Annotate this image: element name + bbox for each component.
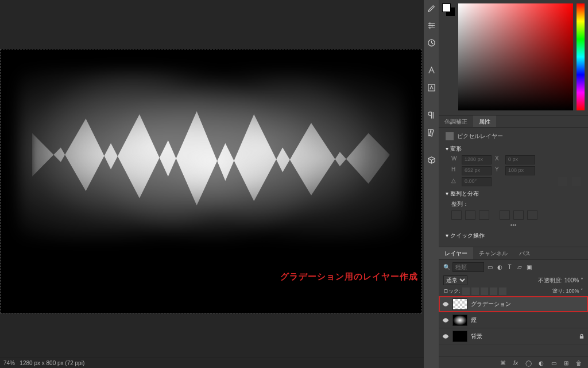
filter-shape-icon[interactable]: ▱ [516,263,523,271]
w-label: W [451,155,458,164]
link-icon[interactable]: ⌘ [500,359,506,366]
quick-group[interactable]: クイック操作 [446,232,581,240]
zoom-level: 74% [3,360,15,366]
layer-thumb[interactable] [452,298,467,310]
color-panel [439,0,588,115]
filter-type-icon[interactable]: T [506,263,513,271]
opacity-value[interactable]: 100% [564,277,579,283]
svg-point-6 [445,335,447,337]
angle-icon: △ [451,177,458,186]
layers-panel: レイヤー チャンネル パス 🔍 ▭ ◐ T ▱ ▣ 通常 不透明度: 100% … [439,247,588,368]
right-panels: 色調補正 属性 ピクセルレイヤー 変形 W 1280 px X 0 px H 6… [439,0,588,368]
tab-layers[interactable]: レイヤー [439,247,473,259]
layer-row[interactable]: 煙 [439,312,588,328]
search-icon: 🔍 [443,264,450,270]
collapsed-panel-strip [424,0,439,368]
character-icon[interactable] [425,64,437,76]
properties-tabs: 色調補正 属性 [439,115,588,128]
fg-bg-swatch[interactable] [442,3,455,16]
filter-adjust-icon[interactable]: ◐ [496,263,504,271]
group-icon[interactable]: ▭ [550,359,557,366]
doc-info: 1280 px x 800 px (72 ppi) [20,360,84,366]
height-field[interactable]: 652 px [462,166,492,175]
filter-smart-icon[interactable]: ▣ [525,263,533,271]
new-layer-icon[interactable]: ⊞ [563,359,570,366]
fill-value[interactable]: 100% [566,288,579,294]
x-label: X [495,155,502,164]
layer-row[interactable]: グラデーション [439,296,588,312]
layer-thumb[interactable] [452,331,467,342]
layer-name[interactable]: グラデーション [471,300,511,308]
lock-trans-icon[interactable] [462,288,470,295]
canvas-area: 74% 1280 px x 800 px (72 ppi) グラデーション用のレ… [0,0,424,368]
align-group[interactable]: 整列と分布 [446,190,581,198]
svg-point-5 [445,319,447,321]
layer-filter-input[interactable] [452,262,484,272]
layer-list: グラデーション 煙 背景 [439,296,588,356]
layer-name[interactable]: 煙 [471,316,477,324]
adjust-icon[interactable] [425,20,437,31]
lock-nest-icon[interactable] [490,288,497,295]
flip-v-icon[interactable] [572,177,581,186]
align-hcenter-icon[interactable] [465,210,475,220]
swatches-icon[interactable] [425,126,437,138]
visibility-icon[interactable] [442,301,449,308]
x-field[interactable]: 0 px [505,155,535,164]
layers-footer: ⌘ fx ◯ ◐ ▭ ⊞ 🗑 [439,356,588,368]
lock-pos-icon[interactable] [481,288,488,295]
align-top-icon[interactable] [500,210,510,220]
y-label: Y [495,166,502,175]
blend-mode-select[interactable]: 通常 [443,275,467,285]
history-icon[interactable] [425,37,437,48]
tab-paths[interactable]: パス [513,247,536,259]
properties-panel: ピクセルレイヤー 変形 W 1280 px X 0 px H 652 px Y … [439,128,588,247]
lock-icon [579,334,585,339]
layer-type-label: ピクセルレイヤー [457,132,503,140]
paragraph-icon[interactable] [425,109,437,121]
document-canvas[interactable] [0,49,422,313]
lock-all-icon[interactable] [499,288,506,295]
brush-settings-icon[interactable] [425,2,437,14]
align-bottom-icon[interactable] [527,210,537,220]
visibility-icon[interactable] [442,333,449,340]
fx-icon[interactable]: fx [512,359,519,366]
svg-rect-3 [429,129,433,136]
color-field[interactable] [458,3,573,110]
more-dots[interactable]: ••• [446,222,581,228]
align-buttons [451,210,581,220]
transform-group[interactable]: 変形 [446,145,581,153]
glyphs-icon[interactable] [425,82,437,93]
3d-icon[interactable] [425,154,437,166]
align-left-icon[interactable] [451,210,462,220]
align-sublabel: 整列： [451,200,581,208]
layer-row[interactable]: 背景 [439,328,588,344]
hue-slider[interactable] [577,3,585,110]
fg-swatch[interactable] [442,3,451,12]
tab-color-adjust[interactable]: 色調補正 [439,116,473,127]
visibility-icon[interactable] [442,317,449,324]
angle-field[interactable]: 0.00° [462,177,492,186]
flip-h-icon[interactable] [558,177,567,186]
fill-label: 塗り: [552,288,564,294]
h-label: H [451,166,458,175]
opacity-label: 不透明度: [538,277,563,283]
align-vcenter-icon[interactable] [513,210,524,220]
align-right-icon[interactable] [479,210,489,220]
width-field[interactable]: 1280 px [462,155,492,164]
svg-point-4 [445,303,447,305]
tab-channels[interactable]: チャンネル [473,247,513,259]
adjustment-icon[interactable]: ◐ [537,359,544,366]
y-field[interactable]: 108 px [505,166,535,175]
lock-paint-icon[interactable] [471,288,479,295]
layer-thumb[interactable] [452,315,467,326]
tab-properties[interactable]: 属性 [473,116,496,127]
pixel-layer-icon [446,132,454,140]
status-bar: 74% 1280 px x 800 px (72 ppi) [0,358,424,368]
trash-icon[interactable]: 🗑 [575,359,582,366]
mask-icon[interactable]: ◯ [525,359,532,366]
lock-label: ロック: [443,288,461,295]
filter-pixel-icon[interactable]: ▭ [486,263,494,271]
layer-name[interactable]: 背景 [471,332,482,340]
